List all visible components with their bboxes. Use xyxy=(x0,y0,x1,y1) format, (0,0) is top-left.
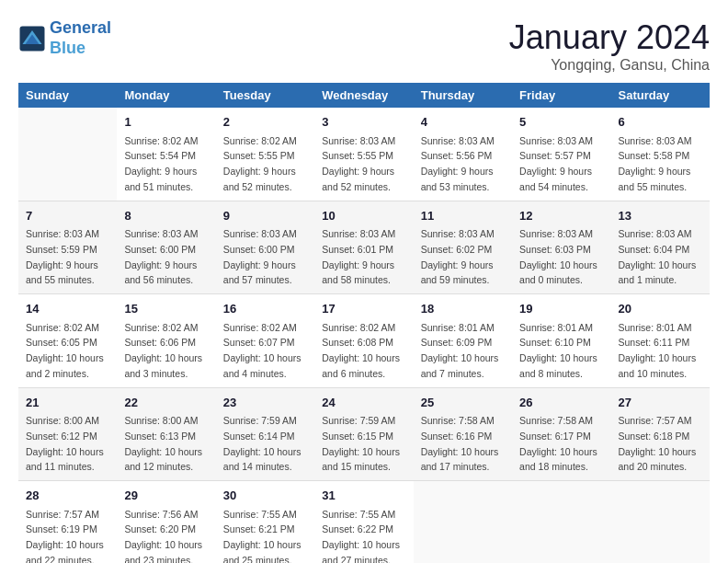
day-number: 26 xyxy=(519,394,603,412)
day-number: 10 xyxy=(322,207,405,225)
day-info: Sunrise: 8:00 AMSunset: 6:12 PMDaylight:… xyxy=(26,415,104,472)
day-info: Sunrise: 8:03 AMSunset: 6:03 PMDaylight:… xyxy=(519,228,597,285)
day-info: Sunrise: 8:01 AMSunset: 6:11 PMDaylight:… xyxy=(619,322,697,379)
day-number: 9 xyxy=(223,207,307,225)
day-number: 2 xyxy=(223,113,307,132)
day-cell: 23Sunrise: 7:59 AMSunset: 6:14 PMDayligh… xyxy=(216,387,314,481)
day-info: Sunrise: 8:03 AMSunset: 6:02 PMDaylight:… xyxy=(421,228,495,285)
logo: General Blue xyxy=(18,18,111,58)
day-info: Sunrise: 8:03 AMSunset: 5:59 PMDaylight:… xyxy=(26,228,99,285)
day-number: 28 xyxy=(26,487,109,505)
day-info: Sunrise: 7:58 AMSunset: 6:17 PMDaylight:… xyxy=(519,415,597,472)
day-cell: 18Sunrise: 8:01 AMSunset: 6:09 PMDayligh… xyxy=(414,294,512,388)
day-info: Sunrise: 8:01 AMSunset: 6:10 PMDaylight:… xyxy=(519,322,597,379)
day-cell: 8Sunrise: 8:03 AMSunset: 6:00 PMDaylight… xyxy=(117,201,215,294)
day-cell: 1Sunrise: 8:02 AMSunset: 5:54 PMDaylight… xyxy=(117,108,215,201)
day-cell: 26Sunrise: 7:58 AMSunset: 6:17 PMDayligh… xyxy=(512,387,610,481)
day-cell: 28Sunrise: 7:57 AMSunset: 6:19 PMDayligh… xyxy=(18,481,117,564)
day-number: 6 xyxy=(619,113,702,132)
day-number: 14 xyxy=(26,300,109,318)
day-info: Sunrise: 8:03 AMSunset: 6:01 PMDaylight:… xyxy=(322,228,395,285)
day-cell: 30Sunrise: 7:55 AMSunset: 6:21 PMDayligh… xyxy=(216,481,314,564)
day-cell xyxy=(414,481,512,564)
day-number: 8 xyxy=(124,207,208,225)
calendar-table: SundayMondayTuesdayWednesdayThursdayFrid… xyxy=(18,83,710,563)
day-cell: 27Sunrise: 7:57 AMSunset: 6:18 PMDayligh… xyxy=(611,387,710,481)
day-number: 24 xyxy=(322,394,405,412)
day-number: 16 xyxy=(223,300,307,318)
day-info: Sunrise: 7:57 AMSunset: 6:18 PMDaylight:… xyxy=(619,415,697,472)
day-info: Sunrise: 8:03 AMSunset: 5:58 PMDaylight:… xyxy=(619,135,692,192)
day-cell: 12Sunrise: 8:03 AMSunset: 6:03 PMDayligh… xyxy=(512,201,610,294)
weekday-header-monday: Monday xyxy=(117,83,215,108)
day-info: Sunrise: 7:56 AMSunset: 6:20 PMDaylight:… xyxy=(124,509,202,564)
weekday-header-saturday: Saturday xyxy=(611,83,710,108)
day-cell: 11Sunrise: 8:03 AMSunset: 6:02 PMDayligh… xyxy=(414,201,512,294)
month-title: January 2024 xyxy=(509,18,710,57)
day-cell: 9Sunrise: 8:03 AMSunset: 6:00 PMDaylight… xyxy=(216,201,314,294)
day-info: Sunrise: 8:02 AMSunset: 5:54 PMDaylight:… xyxy=(124,135,198,192)
day-cell xyxy=(512,481,610,564)
day-number: 3 xyxy=(322,113,405,132)
day-number: 25 xyxy=(421,394,505,412)
page-header: General Blue January 2024 Yongqing, Gans… xyxy=(18,18,710,74)
day-info: Sunrise: 8:02 AMSunset: 5:55 PMDaylight:… xyxy=(223,135,297,192)
logo-line1: General xyxy=(50,18,111,37)
day-cell: 4Sunrise: 8:03 AMSunset: 5:56 PMDaylight… xyxy=(414,108,512,201)
day-number: 18 xyxy=(421,300,505,318)
week-row-4: 21Sunrise: 8:00 AMSunset: 6:12 PMDayligh… xyxy=(18,387,710,481)
day-info: Sunrise: 8:03 AMSunset: 5:57 PMDaylight:… xyxy=(519,135,593,192)
day-number: 22 xyxy=(124,394,208,412)
day-info: Sunrise: 8:03 AMSunset: 6:00 PMDaylight:… xyxy=(223,228,297,285)
day-number: 27 xyxy=(619,394,702,412)
day-cell: 15Sunrise: 8:02 AMSunset: 6:06 PMDayligh… xyxy=(117,294,215,388)
day-info: Sunrise: 8:03 AMSunset: 6:04 PMDaylight:… xyxy=(619,228,697,285)
day-cell: 3Sunrise: 8:03 AMSunset: 5:55 PMDaylight… xyxy=(314,108,413,201)
day-number: 21 xyxy=(26,394,109,412)
day-number: 23 xyxy=(223,394,307,412)
day-info: Sunrise: 8:02 AMSunset: 6:07 PMDaylight:… xyxy=(223,322,301,379)
day-number: 5 xyxy=(519,113,603,132)
day-cell: 7Sunrise: 8:03 AMSunset: 5:59 PMDaylight… xyxy=(18,201,117,294)
day-info: Sunrise: 8:02 AMSunset: 6:08 PMDaylight:… xyxy=(322,322,400,379)
day-info: Sunrise: 7:55 AMSunset: 6:21 PMDaylight:… xyxy=(223,509,301,564)
day-info: Sunrise: 8:02 AMSunset: 6:05 PMDaylight:… xyxy=(26,322,104,379)
day-cell: 31Sunrise: 7:55 AMSunset: 6:22 PMDayligh… xyxy=(314,481,413,564)
day-cell: 24Sunrise: 7:59 AMSunset: 6:15 PMDayligh… xyxy=(314,387,413,481)
day-number: 20 xyxy=(619,300,702,318)
day-number: 11 xyxy=(421,207,505,225)
weekday-header-sunday: Sunday xyxy=(18,83,117,108)
day-cell: 14Sunrise: 8:02 AMSunset: 6:05 PMDayligh… xyxy=(18,294,117,388)
day-info: Sunrise: 7:58 AMSunset: 6:16 PMDaylight:… xyxy=(421,415,499,472)
day-cell: 13Sunrise: 8:03 AMSunset: 6:04 PMDayligh… xyxy=(611,201,710,294)
day-cell: 6Sunrise: 8:03 AMSunset: 5:58 PMDaylight… xyxy=(611,108,710,201)
day-number: 17 xyxy=(322,300,405,318)
day-cell: 10Sunrise: 8:03 AMSunset: 6:01 PMDayligh… xyxy=(314,201,413,294)
day-number: 15 xyxy=(124,300,208,318)
day-info: Sunrise: 8:01 AMSunset: 6:09 PMDaylight:… xyxy=(421,322,499,379)
day-cell: 16Sunrise: 8:02 AMSunset: 6:07 PMDayligh… xyxy=(216,294,314,388)
week-row-1: 1Sunrise: 8:02 AMSunset: 5:54 PMDaylight… xyxy=(18,108,710,201)
day-info: Sunrise: 7:55 AMSunset: 6:22 PMDaylight:… xyxy=(322,509,400,564)
logo-icon xyxy=(18,25,46,52)
logo-line2: Blue xyxy=(50,39,85,57)
day-info: Sunrise: 7:57 AMSunset: 6:19 PMDaylight:… xyxy=(26,509,104,564)
day-cell: 19Sunrise: 8:01 AMSunset: 6:10 PMDayligh… xyxy=(512,294,610,388)
day-info: Sunrise: 8:03 AMSunset: 5:56 PMDaylight:… xyxy=(421,135,495,192)
day-cell: 20Sunrise: 8:01 AMSunset: 6:11 PMDayligh… xyxy=(611,294,710,388)
weekday-header-tuesday: Tuesday xyxy=(216,83,314,108)
week-row-2: 7Sunrise: 8:03 AMSunset: 5:59 PMDaylight… xyxy=(18,201,710,294)
day-number: 4 xyxy=(421,113,505,132)
day-cell: 29Sunrise: 7:56 AMSunset: 6:20 PMDayligh… xyxy=(117,481,215,564)
day-cell: 17Sunrise: 8:02 AMSunset: 6:08 PMDayligh… xyxy=(314,294,413,388)
day-number: 30 xyxy=(223,487,307,505)
location: Yongqing, Gansu, China xyxy=(509,57,710,74)
logo-text: General Blue xyxy=(50,18,111,58)
day-cell xyxy=(18,108,117,201)
day-cell: 5Sunrise: 8:03 AMSunset: 5:57 PMDaylight… xyxy=(512,108,610,201)
day-info: Sunrise: 8:03 AMSunset: 5:55 PMDaylight:… xyxy=(322,135,395,192)
day-info: Sunrise: 8:00 AMSunset: 6:13 PMDaylight:… xyxy=(124,415,202,472)
week-row-3: 14Sunrise: 8:02 AMSunset: 6:05 PMDayligh… xyxy=(18,294,710,388)
day-cell: 2Sunrise: 8:02 AMSunset: 5:55 PMDaylight… xyxy=(216,108,314,201)
day-cell: 22Sunrise: 8:00 AMSunset: 6:13 PMDayligh… xyxy=(117,387,215,481)
